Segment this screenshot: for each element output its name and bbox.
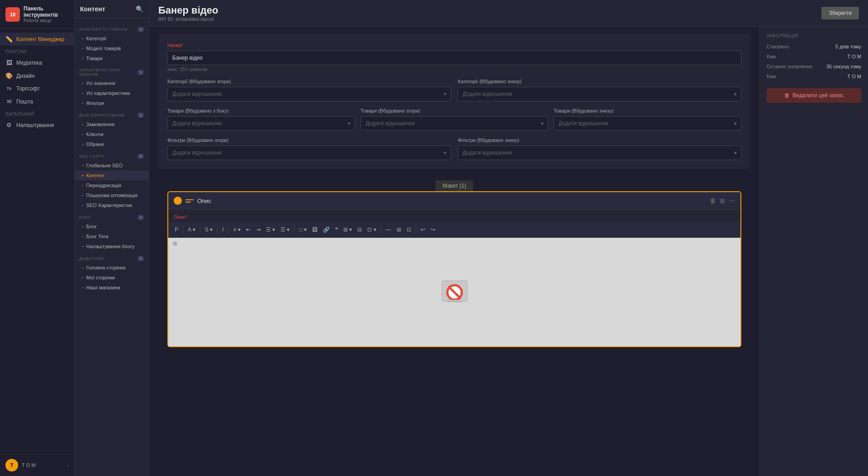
sidebar-item-torgsoff[interactable]: Тs Торгсофт [0,82,74,95]
updated-by-label: Ким [767,74,776,79]
quote-btn[interactable]: ❝ [333,226,340,234]
updated-label: Останнє оновлення [767,64,812,69]
nav-link-favorites[interactable]: Обране [75,139,149,149]
name-input[interactable] [167,51,741,65]
list-btn[interactable]: ☰ ▾ [264,226,277,234]
sidebar-item-label: Пошта [16,99,33,105]
nav-link-orders[interactable]: Замовлення [75,119,149,129]
indent-right-btn[interactable]: ⇥ [254,226,262,234]
sidebar-item-media[interactable]: 🖼 Медіатека [0,56,74,69]
indent-left-btn[interactable]: ⇤ [244,226,252,234]
filters-below-label: Фільтри (Вбудовано знизу) [458,137,741,143]
table-btn[interactable]: ⊞ ▾ [342,226,354,234]
nav-link-blog-settings[interactable]: Налаштування блогу [75,241,149,251]
sidebar-item-design[interactable]: 🎨 Дизайн [0,69,74,82]
info-updated-row: Останнє оновлення 35 секунд тому [767,64,861,69]
nav-link-products[interactable]: Товари [75,53,149,63]
layout-btn[interactable]: ⊡ [405,226,413,234]
undo-btn[interactable]: ↩ [419,226,427,234]
sidebar-item-label: Дизайн [16,73,34,79]
sidebar-header: 18 Панель інструментів Робоче місце [0,0,74,29]
cat-below-select[interactable]: Додати відношення [458,87,741,101]
main: Банер відео API ID: embedded-layout Збер… [149,0,868,476]
font-btn[interactable]: A ▾ [186,226,197,234]
nav-group-seo-label: SEO САЙТУ 5 [75,149,149,160]
sidebar-item-label: Медіатека [16,60,42,66]
link-btn[interactable]: 🔗 [321,226,332,234]
nav-link-our-stores[interactable]: Наші магазини [75,283,149,292]
sidebar-item-label: Торгсофт [16,85,40,92]
nav-link-filters[interactable]: Фільтри [75,98,149,108]
sidebar-item-content-manager[interactable]: ✏️ Контент Менеджер [0,33,74,46]
list-num-btn[interactable]: ☰ ▾ [279,226,291,234]
media-icon: 🖼 [5,59,13,66]
nav-link-content[interactable]: Контент [75,170,149,180]
nav-link-clients[interactable]: Клієнти [75,129,149,139]
nav-link-models[interactable]: Моделі товарів [75,43,149,53]
created-value: 5 днів тому [835,44,861,49]
cat-above-col: Категорії (Вбудовано згори) Додати відно… [167,79,451,101]
paragraph-btn[interactable]: P [173,226,180,234]
prod-below-select[interactable]: Додати відношення [554,116,741,131]
filters-above-select[interactable]: Додати відношення [167,146,451,160]
strikethrough-btn[interactable]: S ▾ [203,226,214,234]
nav-link-seo-opt[interactable]: Пошукова оптимізація [75,190,149,200]
design-icon: 🎨 [5,72,13,79]
nav-link-blog-tags[interactable]: Блог Теги [75,231,149,241]
nav-link-seo-char[interactable]: SEO Характеристик [75,200,149,210]
trash-icon[interactable]: 🗑 [710,197,716,204]
hr-btn[interactable]: — [384,226,393,234]
edit-icon: ✏️ [5,36,13,42]
align-btn[interactable]: ≡ ▾ [231,226,242,234]
nav-link-homepage[interactable]: Головна сторінка [75,263,149,273]
layout-tab[interactable]: Макет (1) [436,180,474,191]
nav-link-redirect[interactable]: Переадресація [75,180,149,190]
nav-link-all-values[interactable]: Усі значення [75,78,149,88]
app-logo: 18 [5,7,20,22]
info-updated-by-row: Ким Т О М [767,74,861,79]
by-label: Ким [767,54,776,59]
grid-icon[interactable]: ⊞ [720,197,725,204]
more-icon[interactable]: ⋯ [729,197,735,204]
separator [381,226,381,233]
prod-side-label: Товари (Вбудовано з боку) [167,108,355,113]
prod-below-label: Товари (Вбудовано знизу) [554,108,741,113]
columns-btn[interactable]: ⊞ [395,226,403,234]
italic-btn[interactable]: I [220,226,225,234]
nav-link-all-chars[interactable]: Усі характеристики [75,88,149,98]
layout-block: Опис 🗑 ⊞ ⋯ Опис* P A ▾ [167,191,741,347]
cat-above-select[interactable]: Додати відношення [167,87,451,101]
delete-button[interactable]: 🗑 Видалити цей запис [767,88,861,103]
nav-link-blog[interactable]: Блог [75,222,149,231]
nav-link-my-pages[interactable]: Мої сторінки [75,273,149,283]
topbar: Банер відео API ID: embedded-layout Збер… [149,0,868,27]
user-name: Т О М [22,462,63,468]
prod-below-select-wrap: Додати відношення ▼ [554,116,741,131]
search-button[interactable]: 🔍 [136,5,143,13]
box-btn[interactable]: □ ▾ [297,226,308,234]
general-section-label: ЗАГАЛЬНИЙ [0,108,74,118]
avatar: Т [5,459,18,471]
editor-body[interactable] [168,238,740,346]
prod-side-select[interactable]: Додати відношення [167,116,355,131]
cat-below-col: Категорії (Вбудовано знизу) Додати відно… [458,79,741,101]
filters-row: Фільтри (Вбудовано згори) Додати відноше… [167,137,741,160]
sidebar-item-mail[interactable]: ✉ Пошта [0,95,74,108]
prod-above-select[interactable]: Додати відношення [360,116,548,131]
filters-below-select[interactable]: Додати відношення [458,146,741,160]
app-title: Панель інструментів [24,5,69,18]
nav-link-global-seo[interactable]: Глобальне SEO [75,160,149,170]
image-btn[interactable]: 🖼 [310,226,319,234]
page-title: Банер відео [158,5,218,16]
nav-link-categories[interactable]: Категорії [75,33,149,43]
api-id: API ID: embedded-layout [158,16,218,22]
sidebar-item-settings[interactable]: ⚙ Налаштування [0,118,74,132]
nav-group-extra-label: ДОДАТКОВІ 3 [75,251,149,263]
save-button[interactable]: Зберегти [821,7,859,19]
filters-above-col: Фільтри (Вбудовано згори) Додати відноше… [167,137,451,160]
more-btn[interactable]: ⊡ ▾ [365,226,378,234]
sidebar-item-label: Налаштування [16,122,54,128]
main-content: Назва* макс. 255 символів Категорії (Вбу… [149,27,868,476]
redo-btn[interactable]: ↪ [429,226,437,234]
embed-btn[interactable]: ⊟ [356,226,364,234]
